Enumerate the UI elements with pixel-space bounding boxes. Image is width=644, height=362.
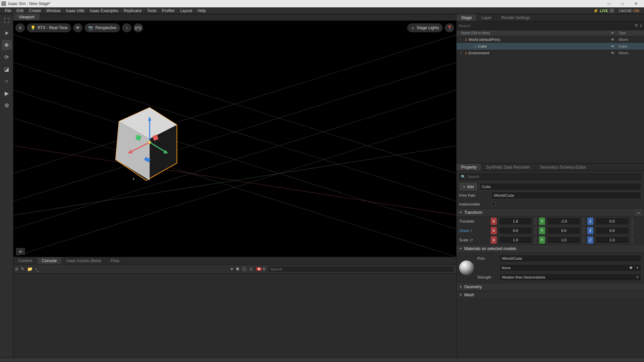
drag-handle-icon[interactable] bbox=[534, 218, 537, 225]
tab-stage[interactable]: Stage bbox=[457, 14, 477, 21]
stage-tree[interactable]: − ⅄ World (defaultPrim) 👁 Xform ◇ Cube 👁… bbox=[457, 36, 644, 164]
tool-move-icon[interactable]: ✥ bbox=[2, 40, 11, 50]
drag-handle-icon[interactable] bbox=[583, 218, 585, 225]
options-icon[interactable]: ≡ bbox=[640, 23, 642, 28]
snowflake-icon[interactable]: ✱ bbox=[236, 266, 239, 272]
tool-scale-icon[interactable]: ◪ bbox=[2, 64, 11, 74]
drag-handle-icon[interactable] bbox=[583, 236, 585, 244]
tool-rotate-icon[interactable]: ⟳ bbox=[2, 52, 11, 62]
chevron-down-icon[interactable]: ▼ bbox=[636, 276, 639, 279]
tree-row-world[interactable]: − ⅄ World (defaultPrim) 👁 Xform bbox=[457, 36, 644, 43]
prim-path-input[interactable] bbox=[491, 192, 641, 199]
tool-snap-icon[interactable]: ∩ bbox=[2, 76, 11, 86]
section-materials[interactable]: ▼ Materials on selected models bbox=[457, 245, 644, 253]
drag-handle-icon[interactable] bbox=[534, 227, 537, 234]
drag-handle-icon[interactable] bbox=[583, 227, 585, 234]
window-maximize-button[interactable]: □ bbox=[616, 1, 629, 6]
viewport-unit[interactable]: m bbox=[16, 248, 25, 255]
filter-icon[interactable]: ▾ bbox=[231, 266, 233, 272]
visibility-eye-icon[interactable]: 👁 bbox=[608, 44, 617, 48]
cache-status[interactable]: CACHE: ON bbox=[616, 9, 642, 13]
menu-isaac-utils[interactable]: Isaac Utils bbox=[63, 8, 87, 14]
chevron-down-icon[interactable]: ▼ bbox=[636, 266, 639, 269]
console-clear-icon[interactable]: ⎚ bbox=[15, 266, 18, 272]
window-close-button[interactable]: ✕ bbox=[629, 1, 643, 6]
console-search[interactable] bbox=[268, 266, 454, 273]
stage-header-name[interactable]: Name (Old to New) bbox=[457, 31, 608, 35]
error-filter[interactable]: ✖ 0 bbox=[256, 266, 265, 272]
section-transform[interactable]: ▼ Transform ▭ bbox=[457, 208, 644, 217]
console-search-input[interactable] bbox=[268, 266, 454, 273]
menu-isaac-examples[interactable]: Isaac Examples bbox=[87, 8, 121, 14]
drag-handle-icon[interactable] bbox=[534, 236, 537, 244]
pin-icon[interactable]: 📍 bbox=[445, 23, 454, 32]
stage-search[interactable]: ⧩ ≡ bbox=[457, 21, 644, 30]
eye-icon[interactable]: 👁 bbox=[608, 31, 617, 35]
console-prompt-icon[interactable]: ›_ bbox=[35, 266, 39, 272]
scale-y-input[interactable]: 1.0 bbox=[547, 236, 581, 244]
camera-selector[interactable]: 📷 Perspective bbox=[85, 23, 120, 32]
tab-property[interactable]: Property bbox=[457, 164, 481, 171]
translate-z-input[interactable]: 0.0 bbox=[595, 218, 629, 225]
visibility-eye-icon[interactable]: 👁 bbox=[608, 38, 617, 42]
section-geometry[interactable]: ▼ Geometry bbox=[457, 283, 644, 291]
tool-frame-icon[interactable]: ⛶ bbox=[2, 16, 11, 25]
translate-y-input[interactable]: -2.0 bbox=[547, 218, 581, 225]
reset-transform-icon[interactable]: ▭ bbox=[635, 209, 641, 216]
viewport-settings-icon[interactable]: ≡ bbox=[15, 23, 25, 32]
live-status[interactable]: ⚡ LIVE ▾ bbox=[591, 8, 616, 13]
tool-select-icon[interactable]: ➤ bbox=[2, 28, 11, 38]
audio-icon[interactable]: ((•)) bbox=[133, 23, 143, 32]
tool-physics-icon[interactable]: ⚙ bbox=[2, 101, 11, 110]
console-edit-icon[interactable]: ✎ bbox=[21, 266, 24, 272]
tree-row-environment[interactable]: + ⅄ Environment 👁 Xform bbox=[457, 50, 644, 56]
orient-z-input[interactable]: 0.0 bbox=[595, 227, 629, 234]
stage-lights-toggle[interactable]: ☼ Stage Lights bbox=[407, 23, 443, 32]
tab-flow[interactable]: Flow bbox=[106, 257, 124, 264]
orient-mode-icon[interactable]: ⦀ bbox=[471, 229, 472, 233]
link-icon[interactable]: ⇄ bbox=[470, 238, 473, 242]
scale-z-input[interactable]: 1.0 bbox=[595, 236, 629, 244]
translate-x-input[interactable]: 1.6 bbox=[499, 218, 532, 225]
menu-layout[interactable]: Layout bbox=[177, 8, 195, 14]
scale-x-input[interactable]: 1.0 bbox=[499, 236, 532, 244]
strength-select[interactable]: Weaker than Descendants ▼ bbox=[499, 274, 641, 281]
info-icon[interactable]: ⓘ bbox=[242, 266, 247, 272]
prim-name-input[interactable] bbox=[480, 183, 641, 190]
menu-edit[interactable]: Edit bbox=[14, 8, 26, 14]
stage-search-input[interactable] bbox=[459, 23, 632, 29]
renderer-selector[interactable]: 💡 RTX - Real-Time bbox=[27, 23, 71, 32]
material-select[interactable]: None ✖ ▼ bbox=[499, 264, 641, 272]
viewport[interactable]: ≡ 💡 RTX - Real-Time 👁 📷 Perspective › ((… bbox=[13, 21, 456, 257]
tab-content[interactable]: Content bbox=[13, 257, 37, 264]
orient-x-input[interactable]: 0.0 bbox=[499, 227, 532, 234]
window-minimize-button[interactable]: — bbox=[602, 1, 616, 6]
tab-viewport[interactable]: Viewport bbox=[13, 14, 40, 20]
drag-handle-icon[interactable] bbox=[631, 218, 634, 225]
visibility-eye-icon[interactable]: 👁 bbox=[608, 51, 617, 55]
console-body[interactable] bbox=[13, 274, 456, 357]
clear-icon[interactable]: ✖ bbox=[628, 265, 634, 271]
tab-semantics[interactable]: Semantics Schema Editor bbox=[535, 164, 591, 171]
chevron-right-icon[interactable]: › bbox=[122, 23, 131, 32]
mat-prim-input[interactable] bbox=[499, 255, 641, 262]
drag-handle-icon[interactable] bbox=[631, 227, 634, 234]
tab-console[interactable]: Console bbox=[37, 257, 62, 264]
menu-tools[interactable]: Tools bbox=[145, 8, 159, 14]
orient-y-input[interactable]: 0.0 bbox=[547, 227, 581, 234]
menu-window[interactable]: Window bbox=[44, 8, 63, 14]
warning-icon[interactable]: ⚠ bbox=[249, 266, 253, 272]
property-search-input[interactable] bbox=[468, 175, 640, 179]
tree-row-cube[interactable]: ◇ Cube 👁 Cube bbox=[457, 43, 644, 50]
menu-profiler[interactable]: Profiler bbox=[159, 8, 177, 14]
tool-play-icon[interactable]: ▶ bbox=[2, 88, 11, 98]
filter-funnel-icon[interactable]: ⧩ bbox=[634, 23, 638, 28]
drag-handle-icon[interactable] bbox=[631, 236, 634, 244]
section-mesh[interactable]: ▼ Mesh bbox=[457, 291, 644, 299]
menu-help[interactable]: Help bbox=[195, 8, 209, 14]
expand-icon[interactable]: + bbox=[459, 51, 463, 55]
menu-replicator[interactable]: Replicator bbox=[121, 8, 145, 14]
property-search[interactable]: 🔍 bbox=[459, 172, 642, 181]
tab-synthetic-data[interactable]: Synthetic Data Recorder bbox=[481, 164, 535, 171]
tab-isaac-assets[interactable]: Isaac Assets (Beta) bbox=[62, 257, 106, 264]
